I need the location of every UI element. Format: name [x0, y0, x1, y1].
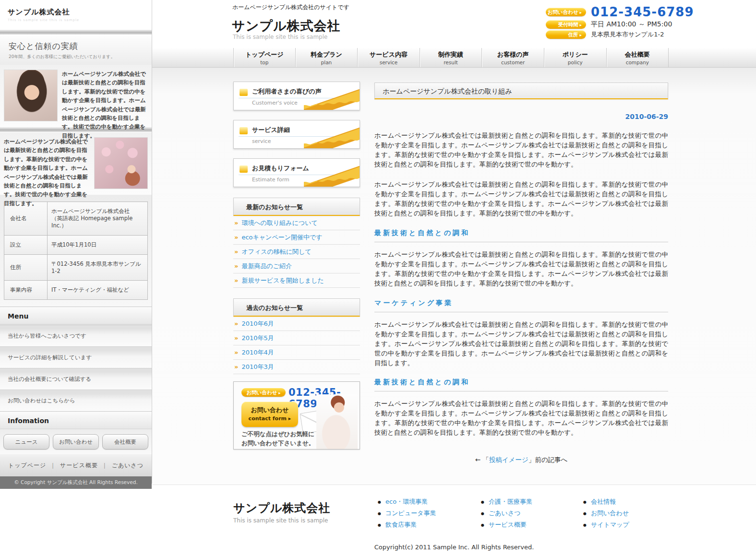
site-subtitle: This is sample site this is sample [233, 34, 327, 40]
row-label: 設立 [4, 236, 48, 255]
nav-items: トップページtop 料金プランplan サービス内容service 制作実績re… [233, 48, 756, 67]
footer-link[interactable]: 飲食店事業 [378, 521, 436, 529]
nav-top[interactable]: トップページtop [233, 48, 296, 67]
double-arrow-icon [234, 219, 238, 226]
footer-logo-subtitle: This is sample site this is sample [233, 517, 330, 524]
contact-address-row: 住所 見本県見本市サンプル1-2 [546, 30, 694, 39]
nav-policy[interactable]: ポリシーpolicy [544, 48, 607, 67]
company-address: 見本県見本市サンプル1-2 [591, 30, 664, 39]
contact-pill-button[interactable]: お問い合わせ [546, 8, 586, 16]
hours-label-pill: 受付時間 [546, 20, 586, 29]
company-info-table-wrap: 会社名 ホームページサンプル株式会社 （英語表記 Homepage sample… [0, 195, 152, 307]
separator: ｜ [50, 462, 56, 469]
menu-item-company[interactable]: 当社の会社概要について確認する [0, 368, 152, 390]
woman-portrait-photo [4, 70, 58, 121]
double-arrow-icon [234, 234, 238, 241]
section-heading: マーケティング事業 [374, 299, 668, 312]
menu-item-service[interactable]: サービスの詳細を解説しています [0, 346, 152, 368]
news-link[interactable]: オフィスの移転に関して [233, 245, 360, 259]
page-footer: サンプル株式会社 This is sample site this is sam… [152, 485, 756, 556]
site-title[interactable]: サンプル株式会社 [232, 17, 341, 35]
footer-link[interactable]: お問い合わせ [583, 509, 629, 518]
row-label: 住所 [4, 255, 48, 281]
footer-link[interactable]: 会社情報 [583, 497, 629, 506]
footer-link-top[interactable]: トップページ [8, 462, 46, 469]
article-paragraph: ホームページサンプル株式会社では最新技術と自然との調和を目指します。革新的な技術… [374, 180, 668, 218]
contact-form-button[interactable]: お問い合わせ contact form ▸ [241, 402, 298, 427]
footer-link[interactable]: 介護・医療事業 [481, 497, 532, 506]
information-buttons: ニュース お問い合わせ 会社概要 [0, 429, 152, 454]
intro-text: ホームページサンプル株式会社では最新技術と自然との調和を目指します。革新的な技術… [62, 70, 148, 140]
double-arrow-icon [234, 334, 238, 342]
sidebar-logo: サンプル株式会社 This is sample site this is sam… [0, 0, 152, 30]
main-navigation: トップページtop 料金プランplan サービス内容service 制作実績re… [152, 48, 756, 68]
contact-pill-button[interactable]: お問い合わせ [241, 388, 286, 397]
section-paragraph: ホームページサンプル株式会社では最新技術と自然との調和を目指します。革新的な技術… [374, 399, 668, 438]
row-value: 〒012-3456 見本県見本市サンプル1-2 [48, 255, 148, 281]
nav-plan[interactable]: 料金プランplan [296, 48, 358, 67]
nav-customer[interactable]: お客様の声customer [482, 48, 544, 67]
news-button[interactable]: ニュース [3, 434, 49, 450]
archive-link[interactable]: 2010年4月 [233, 345, 360, 360]
menu-heading: Menu [0, 307, 152, 325]
ribbon-icon [304, 120, 360, 148]
yellow-square-icon [240, 127, 248, 134]
table-row: 住所 〒012-3456 見本県見本市サンプル1-2 [4, 255, 148, 281]
row-value: IT・マーケティング・福祉など [48, 281, 148, 300]
news-link[interactable]: ecoキャンペーン開催中です [233, 230, 360, 245]
yellow-square-icon [240, 89, 248, 96]
contact-banner[interactable]: お問い合わせ 012-345-6789 お問い合わせ contact form … [233, 381, 360, 450]
divider [0, 30, 152, 35]
contact-phone-row: お問い合わせ 012-345-6789 [546, 6, 694, 18]
past-news-list: 2010年6月 2010年5月 2010年4月 2010年3月 [233, 317, 360, 374]
news-link[interactable]: 新規サービスを開始しました [233, 273, 360, 288]
arrow-right-icon [578, 9, 582, 15]
footer-link-greeting[interactable]: ごあいさつ [112, 462, 144, 469]
footer-copyright: Copyright(c) 2011 Sample Inc. All Rights… [152, 544, 756, 551]
footer-link-column-1: eco・環境事業 コンピュータ事業 飲食店事業 [378, 497, 436, 532]
archive-link[interactable]: 2010年3月 [233, 360, 360, 374]
company-button[interactable]: 会社概要 [102, 434, 148, 450]
archive-link[interactable]: 2010年5月 [233, 331, 360, 345]
footer-link[interactable]: ごあいさつ [481, 509, 532, 518]
menu-item-contact[interactable]: お問い合わせはこちらから [0, 390, 152, 411]
ribbon-icon [304, 159, 360, 187]
footer-link[interactable]: サービス概要 [481, 521, 532, 529]
footer-link-column-2: 介護・医療事業 ごあいさつ サービス概要 [481, 497, 532, 532]
footer-link[interactable]: サイトマップ [583, 521, 629, 529]
footer-link-service[interactable]: サービス概要 [60, 462, 98, 469]
row-label: 事業内容 [4, 281, 48, 300]
intro-block-2: ホームページサンプル株式会社では最新技術と自然との調和を目指します。革新的な技術… [0, 132, 152, 195]
intro-text: ホームページサンプル株式会社では最新技術と自然との調和を目指します。革新的な技術… [4, 137, 90, 208]
footer-link[interactable]: eco・環境事業 [378, 497, 436, 506]
estimate-form-banner[interactable]: お見積もりフォーム Estimate form [233, 158, 360, 187]
article-paragraph: ホームページサンプル株式会社では最新技術と自然との調和を目指します。革新的な技術… [374, 131, 668, 169]
arrow-right-icon [277, 390, 281, 395]
archive-link[interactable]: 2010年6月 [233, 317, 360, 331]
intro-block-1: ホームページサンプル株式会社では最新技術と自然との調和を目指します。革新的な技術… [0, 65, 152, 127]
customer-voice-banner[interactable]: ご利用者さまの喜びの声 Customer's voice [233, 82, 360, 110]
table-row: 事業内容 IT・マーケティング・福祉など [4, 281, 148, 300]
menu-item-greeting[interactable]: 当社から皆様へごあいさつです [0, 325, 152, 346]
news-link[interactable]: 環境への取り組みについて [233, 216, 360, 230]
previous-article-link[interactable]: 投稿イメージ [489, 456, 528, 463]
nav-result[interactable]: 制作実績result [420, 48, 482, 67]
contact-button[interactable]: お問い合わせ [53, 434, 99, 450]
footer-logo: サンプル株式会社 This is sample site this is sam… [233, 500, 330, 524]
footer-link[interactable]: コンピュータ事業 [378, 509, 436, 518]
business-hours: 平日 AM10:00 ～ PM5:00 [591, 20, 672, 29]
double-arrow-icon [234, 277, 238, 284]
footer-logo-title: サンプル株式会社 [233, 500, 330, 516]
catch-title: 安心と信頼の実績 [9, 41, 152, 52]
nav-company[interactable]: 会社概要company [607, 48, 669, 67]
section-paragraph: ホームページサンプル株式会社では最新技術と自然との調和を目指します。革新的な技術… [374, 250, 668, 288]
content-area: ご利用者さまの喜びの声 Customer's voice サービス詳細 serv… [152, 68, 756, 485]
site-description: ホームページサンプル株式会社のサイトです [232, 3, 349, 12]
news-link[interactable]: 最新商品のご紹介 [233, 259, 360, 273]
service-detail-banner[interactable]: サービス詳細 service [233, 120, 360, 149]
catch-subtitle: 20年間、多くのお客様にご愛顧いただいております。 [9, 54, 152, 60]
nav-service[interactable]: サービス内容service [358, 48, 420, 67]
footer-link-column-3: 会社情報 お問い合わせ サイトマップ [583, 497, 629, 532]
arrow-right-icon [578, 32, 582, 37]
latest-news-list: 環境への取り組みについて ecoキャンペーン開催中です オフィスの移転に関して … [233, 216, 360, 288]
